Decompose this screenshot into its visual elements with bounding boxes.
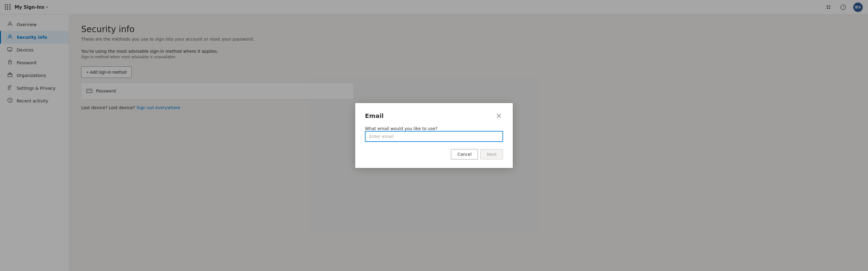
email-input[interactable] bbox=[365, 131, 503, 142]
modal-close-button[interactable] bbox=[495, 112, 503, 120]
next-button[interactable]: Next bbox=[480, 149, 503, 159]
modal-title: Email bbox=[365, 112, 384, 119]
modal-overlay: Email What email would you like to use? … bbox=[0, 0, 868, 271]
email-input-label: What email would you like to use? bbox=[365, 126, 438, 131]
cancel-button[interactable]: Cancel bbox=[451, 149, 478, 159]
modal-header: Email bbox=[365, 112, 503, 120]
email-modal: Email What email would you like to use? … bbox=[355, 103, 513, 168]
modal-actions: Cancel Next bbox=[365, 149, 503, 159]
